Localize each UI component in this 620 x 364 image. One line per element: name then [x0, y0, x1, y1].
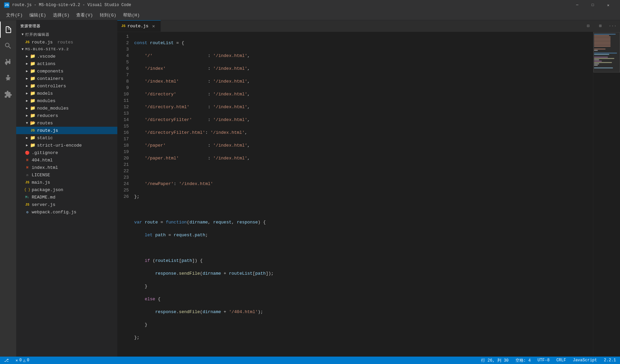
tree-item-404[interactable]: H 404.html — [16, 156, 117, 164]
app-icon: JS — [4, 2, 9, 8]
tree-item-server-js[interactable]: JS server.js — [16, 201, 117, 208]
js-file-icon-main: JS — [24, 179, 30, 185]
chevron-right-icon: ▶ — [24, 143, 30, 147]
open-editor-item[interactable]: JS route.js routes — [16, 38, 117, 46]
open-editors-section[interactable]: ▼ 打开的编辑器 — [16, 31, 117, 38]
encoding-setting[interactable]: UTF-8 — [536, 357, 551, 364]
tree-item-components[interactable]: ▶ 📁 components — [16, 67, 117, 75]
tree-item-gitignore[interactable]: 🔴 .gitignore — [16, 149, 117, 156]
source-control-icon — [4, 58, 12, 66]
folder-icon-actions: 📁 — [30, 61, 36, 67]
tree-item-main-js[interactable]: JS main.js — [16, 179, 117, 186]
close-button[interactable]: ✕ — [600, 0, 616, 10]
line-numbers: 12345 678910 1112131415 1617181920 21222… — [117, 33, 134, 357]
git-branch[interactable]: ⎇ — [3, 357, 10, 364]
language-mode[interactable]: JavaScript — [571, 357, 598, 364]
indent-setting[interactable]: 空格: 4 — [514, 357, 532, 364]
tree-item-webpack[interactable]: ⚙ webpack.config.js — [16, 208, 117, 216]
webpack-file-icon: ⚙ — [24, 209, 30, 215]
tree-item-vscode[interactable]: ▶ 📁 .vscode — [16, 53, 117, 60]
chevron-right-icon: ▶ — [24, 69, 30, 73]
menu-edit[interactable]: 编辑(E) — [26, 11, 49, 20]
error-icon: ✕ — [16, 358, 18, 363]
tab-close-button[interactable]: ✕ — [150, 23, 156, 29]
line-ending-setting[interactable]: CRLF — [555, 357, 567, 364]
folder-icon-strict-uri: 📁 — [30, 142, 36, 148]
js-file-icon-server: JS — [24, 202, 30, 208]
minimap-content — [593, 32, 620, 70]
folder-icon-reducers: 📁 — [30, 113, 36, 119]
folder-icon-modules: 📁 — [30, 98, 36, 104]
menu-goto[interactable]: 转到(G) — [96, 11, 120, 20]
tree-item-modules[interactable]: ▶ 📁 modules — [16, 97, 117, 104]
tree-item-route-js[interactable]: JS route.js — [16, 127, 117, 134]
split-editor-button[interactable]: ⊟ — [584, 21, 593, 31]
json-file-icon: { } — [24, 187, 30, 193]
folder-icon-components: 📁 — [30, 68, 36, 74]
restore-button[interactable]: □ — [585, 0, 600, 10]
activity-debug[interactable] — [0, 70, 16, 86]
activity-source-control[interactable] — [0, 54, 16, 70]
tree-item-routes[interactable]: ▼ 📂 routes — [16, 119, 117, 127]
tree-item-static[interactable]: ▶ 📁 static — [16, 134, 117, 142]
activity-search[interactable] — [0, 38, 16, 54]
layout-button[interactable]: ⊞ — [596, 21, 605, 31]
errors-count[interactable]: ✕ 0 △ 0 — [14, 357, 31, 364]
tree-item-reducers[interactable]: ▶ 📁 reducers — [16, 112, 117, 119]
files-icon — [4, 26, 12, 34]
cursor-position[interactable]: 行 26, 列 30 — [480, 357, 510, 364]
menubar: 文件(F) 编辑(E) 选择(S) 查看(V) 转到(G) 帮助(H) — [0, 10, 620, 20]
code-content[interactable]: const routeList = { '/' : '/index.html',… — [134, 33, 593, 357]
chevron-right-icon: ▶ — [24, 114, 30, 118]
activity-explorer[interactable] — [0, 22, 16, 38]
folder-icon-containers: 📁 — [30, 75, 36, 82]
menu-help[interactable]: 帮助(H) — [120, 11, 143, 20]
window-controls[interactable]: ─ □ ✕ — [569, 0, 616, 10]
search-icon — [4, 42, 12, 50]
git-icon: ⎇ — [4, 358, 9, 363]
tree-item-actions[interactable]: ▶ 📁 actions — [16, 60, 117, 67]
window-title: route.js - MS-blog-site-v3.2 - Visual St… — [12, 3, 569, 7]
chevron-right-icon: ▶ — [24, 136, 30, 140]
version-info[interactable]: 2.2.1 — [602, 357, 617, 364]
main-container: 资源管理器 ▼ 打开的编辑器 JS route.js routes ▼ MS-B… — [0, 20, 620, 357]
tree-item-index-html[interactable]: H index.html — [16, 164, 117, 171]
tree-item-containers[interactable]: ▶ 📁 containers — [16, 75, 117, 82]
more-actions-button[interactable]: ··· — [608, 21, 617, 31]
chevron-down-icon-routes: ▼ — [24, 121, 30, 125]
chevron-right-icon: ▶ — [24, 62, 30, 66]
minimap[interactable] — [593, 32, 620, 357]
status-left: ⎇ ✕ 0 △ 0 — [3, 357, 31, 364]
tree-item-models[interactable]: ▶ 📁 models — [16, 90, 117, 97]
chevron-right-icon: ▶ — [24, 84, 30, 88]
tree-item-license[interactable]: ⚖ LICENSE — [16, 171, 117, 179]
tree-item-controllers[interactable]: ▶ 📁 controllers — [16, 82, 117, 90]
warning-icon: △ — [23, 358, 25, 363]
tab-file-icon: JS — [121, 24, 125, 28]
sidebar: 资源管理器 ▼ 打开的编辑器 JS route.js routes ▼ MS-B… — [16, 20, 117, 357]
activity-extensions[interactable] — [0, 86, 16, 102]
tab-actions: ⊟ ⊞ ··· — [581, 20, 620, 32]
status-right: 行 26, 列 30 空格: 4 UTF-8 CRLF JavaScript 2… — [480, 357, 617, 364]
code-editor[interactable]: 12345 678910 1112131415 1617181920 21222… — [117, 32, 593, 357]
menu-select[interactable]: 选择(S) — [50, 11, 73, 20]
menu-file[interactable]: 文件(F) — [3, 11, 26, 20]
minimize-button[interactable]: ─ — [569, 0, 585, 10]
chevron-right-icon: ▶ — [24, 106, 30, 110]
tree-item-readme[interactable]: M↓ README.md — [16, 193, 117, 201]
tree-item-node-modules[interactable]: ▶ 📁 node_modules — [16, 104, 117, 112]
folder-icon-models: 📁 — [30, 90, 36, 96]
menu-view[interactable]: 查看(V) — [73, 11, 96, 20]
chevron-right-icon: ▶ — [24, 54, 30, 58]
project-section[interactable]: ▼ MS-BLOG-SITE-V3.2 — [16, 46, 117, 53]
folder-icon-controllers: 📁 — [30, 83, 36, 89]
tree-item-strict-uri[interactable]: ▶ 📁 strict-uri-encode — [16, 142, 117, 149]
chevron-down-icon-2: ▼ — [22, 48, 24, 51]
tab-label: route.js — [127, 24, 148, 29]
tree-item-package-json[interactable]: { } package.json — [16, 186, 117, 193]
file-tree: ▶ 📁 .vscode ▶ 📁 actions ▶ 📁 components — [16, 53, 117, 357]
folder-icon-vscode: 📁 — [30, 53, 36, 59]
tab-route-js[interactable]: JS route.js ✕ — [117, 20, 161, 32]
status-bar: ⎇ ✕ 0 △ 0 行 26, 列 30 空格: 4 UTF-8 CRLF Ja… — [0, 357, 620, 364]
chevron-right-icon: ▶ — [24, 77, 30, 81]
